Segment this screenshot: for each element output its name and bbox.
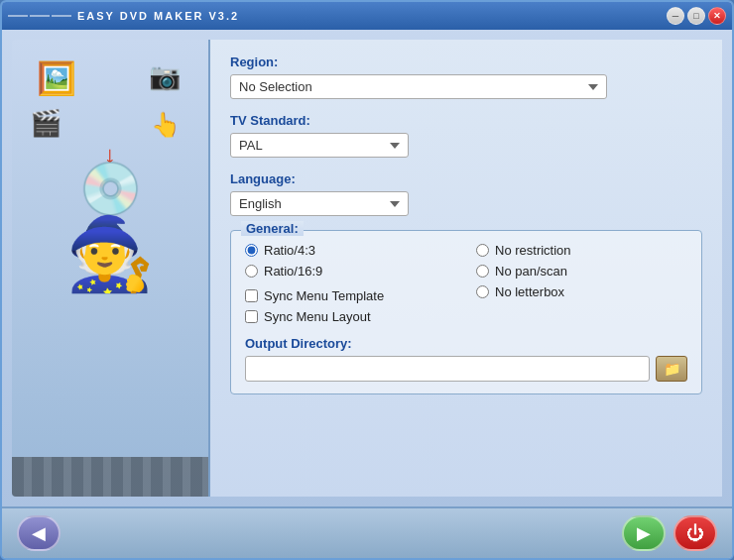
ratio-43-radio[interactable] <box>245 244 258 257</box>
language-select[interactable]: English French German Spanish Italian Ch… <box>230 191 409 216</box>
general-col-right: No restriction No pan/scan No letterbox <box>476 243 687 324</box>
sync-template-label: Sync Menu Template <box>264 288 384 303</box>
general-legend: General: <box>241 221 304 236</box>
ratio-169-label: Ratio/16:9 <box>264 264 322 279</box>
sync-layout-item[interactable]: Sync Menu Layout <box>245 309 456 324</box>
region-select[interactable]: No Selection Region 1 Region 2 Region 3 … <box>230 74 607 99</box>
back-button[interactable]: ◀ <box>17 515 61 551</box>
region-label: Region: <box>230 55 702 69</box>
back-icon: ◀ <box>32 522 46 544</box>
ratio-169-radio[interactable] <box>245 265 258 278</box>
sync-template-checkbox[interactable] <box>245 289 258 302</box>
no-restriction-label: No restriction <box>495 243 571 258</box>
output-dir-row: 📁 <box>245 356 687 382</box>
title-line <box>8 15 28 17</box>
no-restriction-radio[interactable] <box>476 244 489 257</box>
sync-template-item[interactable]: Sync Menu Template <box>245 288 456 303</box>
restriction-radio-group: No restriction No pan/scan No letterbox <box>476 243 687 299</box>
no-panscan-label: No pan/scan <box>495 264 567 279</box>
title-controls: ─ □ ✕ <box>667 7 726 25</box>
bottom-bar: ◀ ▶ ⏻ <box>2 506 732 558</box>
next-button[interactable]: ▶ <box>622 515 666 551</box>
sync-layout-label: Sync Menu Layout <box>264 309 371 324</box>
general-columns: Ratio/4:3 Ratio/16:9 Sync M <box>245 243 687 324</box>
ratio-radio-group: Ratio/4:3 Ratio/16:9 <box>245 243 456 279</box>
general-col-left: Ratio/4:3 Ratio/16:9 Sync M <box>245 243 456 324</box>
title-bar-left: EASY DVD MAKER V3.2 <box>8 10 239 22</box>
language-label: Language: <box>230 171 702 186</box>
ratio-43-item[interactable]: Ratio/4:3 <box>245 243 456 258</box>
no-letterbox-radio[interactable] <box>476 285 489 298</box>
output-dir-input[interactable] <box>245 356 650 382</box>
maximize-button[interactable]: □ <box>687 7 705 25</box>
checkbox-group: Sync Menu Template Sync Menu Layout <box>245 288 456 324</box>
title-bar: EASY DVD MAKER V3.2 ─ □ ✕ <box>2 2 732 30</box>
sync-layout-checkbox[interactable] <box>245 310 258 323</box>
stop-button[interactable]: ⏻ <box>673 515 717 551</box>
content-area: 🖼️ 📷 🎬 👆 ↓ 💿 🧙 Regio <box>2 30 732 506</box>
tv-standard-label: TV Standard: <box>230 113 702 128</box>
dvd-disc-icon: 💿 <box>78 163 143 214</box>
title-line <box>30 15 50 17</box>
main-window: EASY DVD MAKER V3.2 ─ □ ✕ 🖼️ 📷 🎬 👆 ↓ <box>0 0 734 560</box>
title-line <box>52 15 71 17</box>
wizard-icon: 🧙 <box>65 218 155 487</box>
region-group: Region: No Selection Region 1 Region 2 R… <box>230 55 702 99</box>
left-panel: 🖼️ 📷 🎬 👆 ↓ 💿 🧙 <box>12 40 210 497</box>
output-dir-section: Output Directory: 📁 <box>245 336 687 382</box>
no-letterbox-label: No letterbox <box>495 284 564 299</box>
film-strip <box>12 457 208 497</box>
stop-icon: ⏻ <box>686 523 704 544</box>
title-lines <box>8 15 71 17</box>
no-panscan-item[interactable]: No pan/scan <box>476 264 687 279</box>
language-group: Language: English French German Spanish … <box>230 171 702 216</box>
no-restriction-item[interactable]: No restriction <box>476 243 687 258</box>
general-section: General: Ratio/4:3 Rat <box>230 230 702 394</box>
camera-icon: 📷 <box>149 61 181 92</box>
no-panscan-radio[interactable] <box>476 265 489 278</box>
minimize-button[interactable]: ─ <box>667 7 684 25</box>
tv-standard-group: TV Standard: PAL NTSC SECAM <box>230 113 702 158</box>
top-icons: 🖼️ 📷 🎬 👆 <box>22 59 198 139</box>
wizard-illustration: 🖼️ 📷 🎬 👆 ↓ 💿 🧙 <box>22 50 198 487</box>
hand-icon: 👆 <box>151 111 181 139</box>
ratio-43-label: Ratio/4:3 <box>264 243 315 258</box>
film-icon: 🎬 <box>30 108 61 139</box>
tv-standard-select[interactable]: PAL NTSC SECAM <box>230 133 409 158</box>
app-title: EASY DVD MAKER V3.2 <box>77 10 239 22</box>
photo-icon: 🖼️ <box>37 59 76 97</box>
right-panel: Region: No Selection Region 1 Region 2 R… <box>210 40 722 497</box>
close-button[interactable]: ✕ <box>708 7 726 25</box>
browse-button[interactable]: 📁 <box>656 356 687 382</box>
output-dir-label: Output Directory: <box>245 336 687 351</box>
ratio-169-item[interactable]: Ratio/16:9 <box>245 264 456 279</box>
next-icon: ▶ <box>637 522 651 544</box>
folder-icon: 📁 <box>664 361 680 377</box>
no-letterbox-item[interactable]: No letterbox <box>476 284 687 299</box>
general-box: General: Ratio/4:3 Rat <box>230 230 702 394</box>
